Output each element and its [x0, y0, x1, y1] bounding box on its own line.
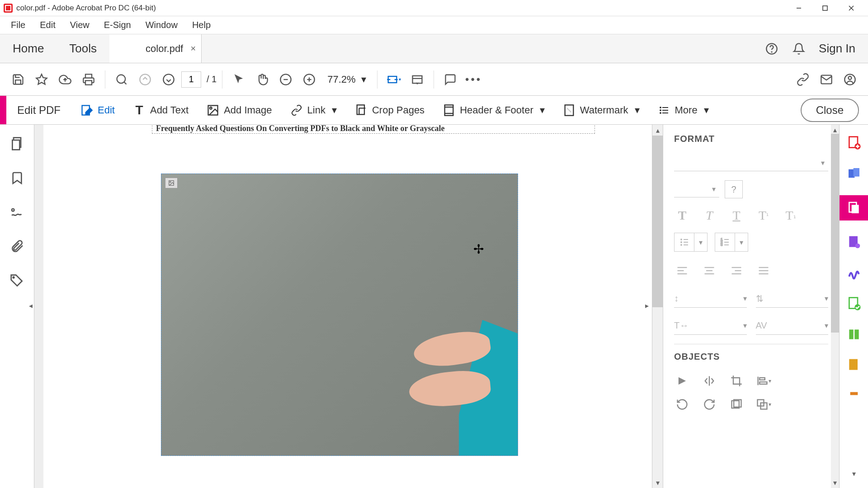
search-icon[interactable]: [111, 69, 132, 90]
document-heading-box[interactable]: Frequently Asked Questions On Converting…: [152, 125, 595, 134]
expand-right-icon[interactable]: ▸: [643, 296, 651, 314]
edit-button[interactable]: Edit: [71, 96, 124, 124]
close-edit-button[interactable]: Close: [801, 99, 859, 122]
paragraph-spacing-select[interactable]: ⇅ ▾: [756, 290, 829, 308]
scroll-thumb[interactable]: [652, 136, 663, 307]
read-mode-icon[interactable]: [406, 69, 428, 90]
tab-close-icon[interactable]: ×: [191, 43, 196, 54]
header-footer-button[interactable]: Header & Footer ▾: [434, 96, 554, 124]
organize-icon[interactable]: [845, 295, 863, 313]
page-number-input[interactable]: [181, 71, 201, 88]
menu-file[interactable]: File: [4, 16, 33, 34]
font-family-select[interactable]: ▾: [674, 155, 828, 171]
export-pdf-icon[interactable]: [845, 233, 863, 251]
document-image[interactable]: ✢: [161, 174, 518, 456]
chevron-down-icon[interactable]: ▾: [735, 233, 748, 251]
sign-in-button[interactable]: Sign In: [819, 42, 855, 56]
tab-document[interactable]: color.pdf ×: [109, 34, 202, 63]
hand-icon[interactable]: [251, 69, 273, 90]
scroll-up-icon[interactable]: ▴: [652, 125, 663, 136]
flip-vertical-button[interactable]: [674, 373, 690, 389]
create-pdf-icon[interactable]: [845, 134, 863, 152]
star-icon[interactable]: [31, 69, 52, 90]
menu-help[interactable]: Help: [185, 16, 218, 34]
subscript-button[interactable]: T₁: [783, 207, 799, 224]
zoom-in-icon[interactable]: [298, 69, 320, 90]
document-scrollbar[interactable]: ▴ ▾: [652, 125, 663, 488]
collapse-left-icon[interactable]: ◂: [27, 296, 35, 314]
menu-edit[interactable]: Edit: [33, 16, 62, 34]
watermark-button[interactable]: Watermark ▾: [554, 96, 649, 124]
cloud-upload-icon[interactable]: [54, 69, 76, 90]
protect-icon[interactable]: [845, 356, 863, 374]
print-icon[interactable]: [78, 69, 99, 90]
help-icon[interactable]: [764, 42, 779, 56]
underline-button[interactable]: T: [728, 207, 745, 224]
align-left-button[interactable]: [674, 263, 690, 279]
rotate-ccw-button[interactable]: [674, 396, 690, 413]
bullet-list-button[interactable]: ▾: [674, 233, 708, 252]
share-link-icon[interactable]: [792, 69, 814, 90]
zoom-select[interactable]: 77.2% ▾: [322, 74, 371, 85]
superscript-button[interactable]: T¹: [755, 207, 772, 224]
italic-button[interactable]: T: [701, 207, 717, 224]
prev-page-icon[interactable]: [134, 69, 156, 90]
menu-view[interactable]: View: [63, 16, 97, 34]
tab-home[interactable]: Home: [0, 34, 57, 63]
replace-image-button[interactable]: [728, 396, 745, 413]
close-window-button[interactable]: [838, 0, 864, 16]
tags-icon[interactable]: [9, 273, 25, 289]
align-right-button[interactable]: [728, 263, 745, 279]
bookmark-icon[interactable]: [9, 170, 25, 186]
sign-icon[interactable]: [845, 264, 863, 282]
svg-rect-7: [85, 80, 92, 84]
more-tools-icon[interactable]: •••: [463, 69, 485, 90]
align-justify-button[interactable]: [755, 263, 772, 279]
horizontal-scale-select[interactable]: T↔ ▾: [674, 317, 747, 335]
save-icon[interactable]: [7, 69, 29, 90]
pointer-icon[interactable]: [228, 69, 250, 90]
character-spacing-select[interactable]: AV ▾: [756, 317, 829, 335]
align-center-button[interactable]: [701, 263, 717, 279]
document-page[interactable]: Frequently Asked Questions On Converting…: [43, 125, 663, 488]
combine-files-icon[interactable]: [845, 164, 863, 183]
font-size-select[interactable]: ▾: [674, 181, 719, 197]
more-tools-icon[interactable]: [845, 387, 863, 405]
rotate-cw-button[interactable]: [701, 396, 717, 413]
pages-icon[interactable]: [9, 136, 25, 152]
email-icon[interactable]: [816, 69, 837, 90]
next-page-icon[interactable]: [158, 69, 179, 90]
align-objects-button[interactable]: ▾: [755, 373, 772, 389]
scroll-down-icon[interactable]: ▾: [652, 477, 663, 488]
signatures-icon[interactable]: [9, 204, 25, 221]
expand-tools-icon[interactable]: ▾: [845, 465, 863, 483]
menu-esign[interactable]: E-Sign: [97, 16, 138, 34]
maximize-button[interactable]: [812, 0, 838, 16]
crop-object-button[interactable]: [728, 373, 745, 389]
more-button[interactable]: More ▾: [649, 96, 718, 124]
chevron-down-icon[interactable]: ▾: [694, 233, 707, 251]
add-text-button[interactable]: T Add Text: [124, 96, 198, 124]
panel-scroll-thumb[interactable]: [831, 134, 839, 333]
minimize-button[interactable]: [786, 0, 812, 16]
flip-horizontal-button[interactable]: [701, 373, 717, 389]
tab-tools[interactable]: Tools: [57, 34, 109, 63]
notifications-icon[interactable]: [792, 42, 806, 56]
arrange-button[interactable]: ▾: [755, 396, 772, 413]
crop-pages-button[interactable]: Crop Pages: [346, 96, 434, 124]
comment-icon[interactable]: [439, 69, 461, 90]
format-help-icon[interactable]: ?: [725, 180, 743, 198]
fit-width-icon[interactable]: ▾: [383, 69, 405, 90]
compress-icon[interactable]: [845, 325, 863, 343]
panel-scrollbar[interactable]: ▴ ▾: [831, 125, 839, 488]
bold-button[interactable]: T: [674, 207, 690, 224]
zoom-out-icon[interactable]: [275, 69, 297, 90]
link-button[interactable]: Link ▾: [281, 96, 346, 124]
numbered-list-button[interactable]: 123 ▾: [715, 233, 748, 252]
line-spacing-select[interactable]: ↕ ▾: [674, 290, 747, 308]
edit-pdf-tool-icon[interactable]: [840, 195, 868, 221]
menu-window[interactable]: Window: [138, 16, 185, 34]
attachments-icon[interactable]: [9, 239, 25, 255]
profile-icon[interactable]: [839, 69, 861, 90]
add-image-button[interactable]: Add Image: [198, 96, 281, 124]
